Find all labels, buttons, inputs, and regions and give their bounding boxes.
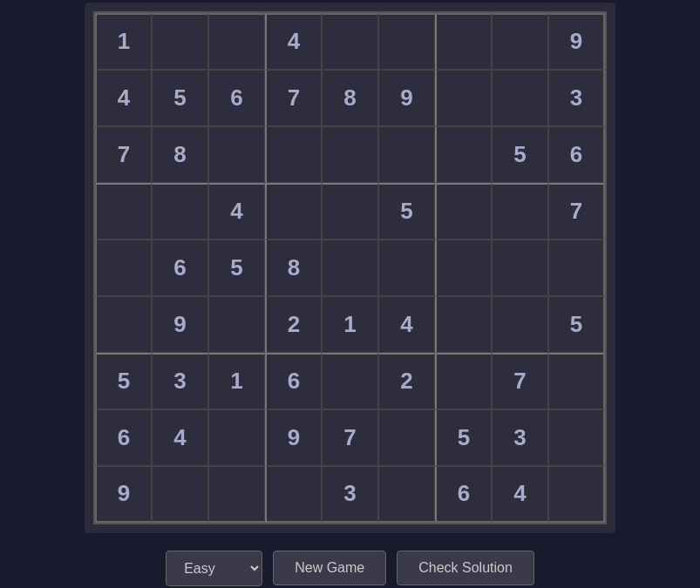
sudoku-grid: 1494567893785645765892145531627649753936…	[93, 11, 607, 524]
cell[interactable]	[208, 13, 265, 70]
cell[interactable]	[548, 409, 605, 466]
cell: 3	[322, 466, 378, 523]
cell[interactable]	[322, 353, 378, 409]
cell: 2	[265, 296, 322, 353]
cell[interactable]	[492, 240, 548, 296]
cell[interactable]	[492, 70, 548, 126]
cell: 1	[95, 13, 152, 70]
cell[interactable]	[435, 353, 492, 409]
cell: 3	[152, 353, 208, 409]
cell[interactable]	[435, 183, 492, 240]
cell: 3	[492, 409, 548, 466]
cell[interactable]	[548, 240, 605, 296]
cell: 7	[548, 183, 605, 240]
cell: 7	[492, 353, 548, 409]
controls: EasyMediumHard New Game Check Solution	[166, 551, 534, 586]
cell: 9	[548, 13, 605, 70]
cell[interactable]	[208, 126, 265, 183]
cell[interactable]	[208, 296, 265, 353]
cell[interactable]	[435, 296, 492, 353]
cell[interactable]	[378, 466, 435, 523]
cell[interactable]	[492, 13, 548, 70]
cell[interactable]	[378, 409, 435, 466]
cell[interactable]	[548, 466, 605, 523]
cell: 9	[152, 296, 208, 353]
cell: 6	[208, 70, 265, 126]
cell[interactable]	[95, 183, 152, 240]
cell[interactable]	[208, 409, 265, 466]
cell: 5	[378, 183, 435, 240]
cell[interactable]	[265, 183, 322, 240]
cell: 1	[208, 353, 265, 409]
new-game-button[interactable]: New Game	[273, 551, 386, 585]
cell: 8	[322, 70, 378, 126]
cell[interactable]	[152, 466, 208, 523]
cell[interactable]	[265, 466, 322, 523]
difficulty-select[interactable]: EasyMediumHard	[166, 551, 262, 586]
cell: 5	[548, 296, 605, 353]
check-solution-button[interactable]: Check Solution	[397, 551, 534, 585]
cell[interactable]	[152, 13, 208, 70]
cell: 9	[265, 409, 322, 466]
cell: 4	[95, 70, 152, 126]
cell: 1	[322, 296, 378, 353]
cell: 5	[435, 409, 492, 466]
cell: 5	[95, 353, 152, 409]
cell[interactable]	[548, 353, 605, 409]
sudoku-container: 1494567893785645765892145531627649753936…	[85, 3, 615, 533]
cell: 7	[265, 70, 322, 126]
cell: 4	[265, 13, 322, 70]
cell: 6	[95, 409, 152, 466]
cell: 4	[208, 183, 265, 240]
cell[interactable]	[378, 240, 435, 296]
cell: 9	[378, 70, 435, 126]
cell[interactable]	[265, 126, 322, 183]
cell: 9	[95, 466, 152, 523]
cell[interactable]	[322, 126, 378, 183]
cell: 6	[548, 126, 605, 183]
cell[interactable]	[435, 240, 492, 296]
cell: 2	[378, 353, 435, 409]
cell[interactable]	[435, 13, 492, 70]
cell[interactable]	[208, 466, 265, 523]
cell[interactable]	[322, 240, 378, 296]
cell: 6	[152, 240, 208, 296]
cell[interactable]	[435, 70, 492, 126]
cell[interactable]	[378, 13, 435, 70]
cell[interactable]	[95, 296, 152, 353]
cell[interactable]	[322, 13, 378, 70]
cell[interactable]	[492, 183, 548, 240]
cell: 4	[152, 409, 208, 466]
cell: 8	[152, 126, 208, 183]
cell: 5	[152, 70, 208, 126]
cell: 6	[435, 466, 492, 523]
cell: 4	[378, 296, 435, 353]
cell[interactable]	[435, 126, 492, 183]
cell: 6	[265, 353, 322, 409]
cell[interactable]	[378, 126, 435, 183]
cell: 5	[208, 240, 265, 296]
cell[interactable]	[152, 183, 208, 240]
cell[interactable]	[492, 296, 548, 353]
cell: 7	[322, 409, 378, 466]
cell[interactable]	[95, 240, 152, 296]
cell: 8	[265, 240, 322, 296]
cell: 3	[548, 70, 605, 126]
cell: 4	[492, 466, 548, 523]
cell[interactable]	[322, 183, 378, 240]
cell: 7	[95, 126, 152, 183]
cell: 5	[492, 126, 548, 183]
